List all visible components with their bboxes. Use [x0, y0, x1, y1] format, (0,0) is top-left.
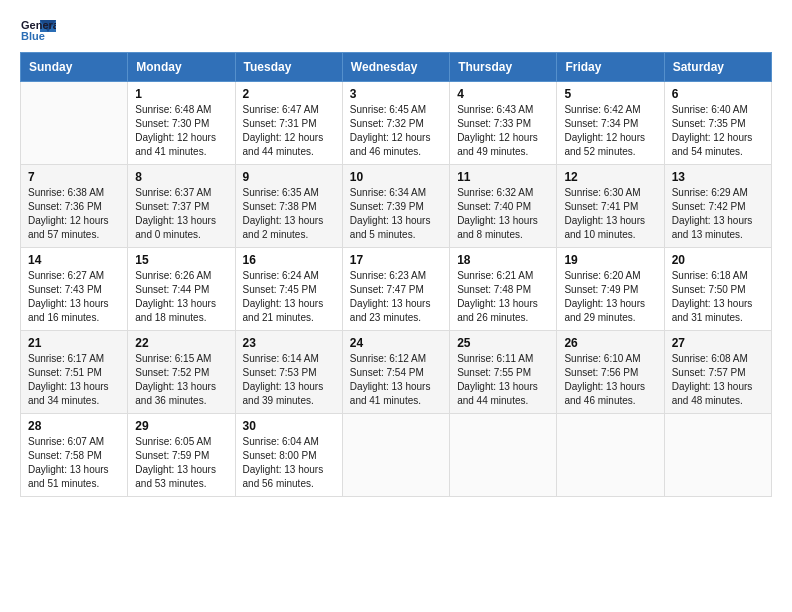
weekday-header-friday: Friday — [557, 53, 664, 82]
day-info: Sunrise: 6:30 AMSunset: 7:41 PMDaylight:… — [564, 186, 656, 242]
calendar-cell: 19Sunrise: 6:20 AMSunset: 7:49 PMDayligh… — [557, 248, 664, 331]
calendar-cell: 10Sunrise: 6:34 AMSunset: 7:39 PMDayligh… — [342, 165, 449, 248]
day-info: Sunrise: 6:26 AMSunset: 7:44 PMDaylight:… — [135, 269, 227, 325]
day-number: 27 — [672, 336, 764, 350]
day-number: 3 — [350, 87, 442, 101]
day-number: 5 — [564, 87, 656, 101]
day-info: Sunrise: 6:18 AMSunset: 7:50 PMDaylight:… — [672, 269, 764, 325]
day-info: Sunrise: 6:35 AMSunset: 7:38 PMDaylight:… — [243, 186, 335, 242]
calendar-cell — [21, 82, 128, 165]
day-info: Sunrise: 6:32 AMSunset: 7:40 PMDaylight:… — [457, 186, 549, 242]
day-info: Sunrise: 6:24 AMSunset: 7:45 PMDaylight:… — [243, 269, 335, 325]
day-info: Sunrise: 6:43 AMSunset: 7:33 PMDaylight:… — [457, 103, 549, 159]
calendar-cell: 13Sunrise: 6:29 AMSunset: 7:42 PMDayligh… — [664, 165, 771, 248]
day-info: Sunrise: 6:05 AMSunset: 7:59 PMDaylight:… — [135, 435, 227, 491]
logo: General Blue — [20, 16, 56, 44]
calendar-cell: 1Sunrise: 6:48 AMSunset: 7:30 PMDaylight… — [128, 82, 235, 165]
day-info: Sunrise: 6:12 AMSunset: 7:54 PMDaylight:… — [350, 352, 442, 408]
day-number: 15 — [135, 253, 227, 267]
calendar-cell: 11Sunrise: 6:32 AMSunset: 7:40 PMDayligh… — [450, 165, 557, 248]
calendar-cell — [664, 414, 771, 497]
day-number: 1 — [135, 87, 227, 101]
calendar-cell: 27Sunrise: 6:08 AMSunset: 7:57 PMDayligh… — [664, 331, 771, 414]
day-info: Sunrise: 6:15 AMSunset: 7:52 PMDaylight:… — [135, 352, 227, 408]
calendar-table: SundayMondayTuesdayWednesdayThursdayFrid… — [20, 52, 772, 497]
week-row-3: 14Sunrise: 6:27 AMSunset: 7:43 PMDayligh… — [21, 248, 772, 331]
day-number: 19 — [564, 253, 656, 267]
calendar-cell: 12Sunrise: 6:30 AMSunset: 7:41 PMDayligh… — [557, 165, 664, 248]
weekday-header-tuesday: Tuesday — [235, 53, 342, 82]
calendar-cell: 30Sunrise: 6:04 AMSunset: 8:00 PMDayligh… — [235, 414, 342, 497]
weekday-header-thursday: Thursday — [450, 53, 557, 82]
day-number: 20 — [672, 253, 764, 267]
day-number: 4 — [457, 87, 549, 101]
day-info: Sunrise: 6:29 AMSunset: 7:42 PMDaylight:… — [672, 186, 764, 242]
weekday-header-saturday: Saturday — [664, 53, 771, 82]
svg-text:Blue: Blue — [21, 30, 45, 42]
calendar-cell: 17Sunrise: 6:23 AMSunset: 7:47 PMDayligh… — [342, 248, 449, 331]
calendar-cell: 25Sunrise: 6:11 AMSunset: 7:55 PMDayligh… — [450, 331, 557, 414]
day-number: 23 — [243, 336, 335, 350]
week-row-5: 28Sunrise: 6:07 AMSunset: 7:58 PMDayligh… — [21, 414, 772, 497]
day-number: 16 — [243, 253, 335, 267]
day-number: 22 — [135, 336, 227, 350]
day-info: Sunrise: 6:48 AMSunset: 7:30 PMDaylight:… — [135, 103, 227, 159]
day-number: 11 — [457, 170, 549, 184]
calendar-cell: 20Sunrise: 6:18 AMSunset: 7:50 PMDayligh… — [664, 248, 771, 331]
day-number: 24 — [350, 336, 442, 350]
weekday-header-sunday: Sunday — [21, 53, 128, 82]
day-number: 26 — [564, 336, 656, 350]
calendar-cell: 5Sunrise: 6:42 AMSunset: 7:34 PMDaylight… — [557, 82, 664, 165]
weekday-header-row: SundayMondayTuesdayWednesdayThursdayFrid… — [21, 53, 772, 82]
calendar-cell: 26Sunrise: 6:10 AMSunset: 7:56 PMDayligh… — [557, 331, 664, 414]
weekday-header-wednesday: Wednesday — [342, 53, 449, 82]
calendar-cell: 22Sunrise: 6:15 AMSunset: 7:52 PMDayligh… — [128, 331, 235, 414]
day-number: 7 — [28, 170, 120, 184]
week-row-1: 1Sunrise: 6:48 AMSunset: 7:30 PMDaylight… — [21, 82, 772, 165]
day-info: Sunrise: 6:42 AMSunset: 7:34 PMDaylight:… — [564, 103, 656, 159]
calendar-cell: 3Sunrise: 6:45 AMSunset: 7:32 PMDaylight… — [342, 82, 449, 165]
calendar-cell: 4Sunrise: 6:43 AMSunset: 7:33 PMDaylight… — [450, 82, 557, 165]
calendar-cell: 15Sunrise: 6:26 AMSunset: 7:44 PMDayligh… — [128, 248, 235, 331]
day-number: 28 — [28, 419, 120, 433]
day-number: 13 — [672, 170, 764, 184]
calendar-cell: 29Sunrise: 6:05 AMSunset: 7:59 PMDayligh… — [128, 414, 235, 497]
calendar-cell: 18Sunrise: 6:21 AMSunset: 7:48 PMDayligh… — [450, 248, 557, 331]
weekday-header-monday: Monday — [128, 53, 235, 82]
calendar-cell: 14Sunrise: 6:27 AMSunset: 7:43 PMDayligh… — [21, 248, 128, 331]
day-info: Sunrise: 6:37 AMSunset: 7:37 PMDaylight:… — [135, 186, 227, 242]
day-number: 2 — [243, 87, 335, 101]
day-info: Sunrise: 6:20 AMSunset: 7:49 PMDaylight:… — [564, 269, 656, 325]
day-info: Sunrise: 6:27 AMSunset: 7:43 PMDaylight:… — [28, 269, 120, 325]
day-info: Sunrise: 6:47 AMSunset: 7:31 PMDaylight:… — [243, 103, 335, 159]
day-number: 6 — [672, 87, 764, 101]
day-info: Sunrise: 6:10 AMSunset: 7:56 PMDaylight:… — [564, 352, 656, 408]
day-info: Sunrise: 6:34 AMSunset: 7:39 PMDaylight:… — [350, 186, 442, 242]
calendar-cell: 23Sunrise: 6:14 AMSunset: 7:53 PMDayligh… — [235, 331, 342, 414]
calendar-cell: 28Sunrise: 6:07 AMSunset: 7:58 PMDayligh… — [21, 414, 128, 497]
day-number: 25 — [457, 336, 549, 350]
calendar-cell: 8Sunrise: 6:37 AMSunset: 7:37 PMDaylight… — [128, 165, 235, 248]
calendar-cell: 21Sunrise: 6:17 AMSunset: 7:51 PMDayligh… — [21, 331, 128, 414]
week-row-4: 21Sunrise: 6:17 AMSunset: 7:51 PMDayligh… — [21, 331, 772, 414]
logo-icon: General Blue — [20, 16, 56, 44]
day-info: Sunrise: 6:17 AMSunset: 7:51 PMDaylight:… — [28, 352, 120, 408]
week-row-2: 7Sunrise: 6:38 AMSunset: 7:36 PMDaylight… — [21, 165, 772, 248]
day-info: Sunrise: 6:23 AMSunset: 7:47 PMDaylight:… — [350, 269, 442, 325]
day-info: Sunrise: 6:45 AMSunset: 7:32 PMDaylight:… — [350, 103, 442, 159]
header: General Blue — [20, 16, 772, 44]
day-number: 18 — [457, 253, 549, 267]
calendar-cell: 9Sunrise: 6:35 AMSunset: 7:38 PMDaylight… — [235, 165, 342, 248]
day-number: 17 — [350, 253, 442, 267]
day-info: Sunrise: 6:04 AMSunset: 8:00 PMDaylight:… — [243, 435, 335, 491]
calendar-cell — [450, 414, 557, 497]
calendar-cell: 7Sunrise: 6:38 AMSunset: 7:36 PMDaylight… — [21, 165, 128, 248]
day-number: 29 — [135, 419, 227, 433]
day-info: Sunrise: 6:08 AMSunset: 7:57 PMDaylight:… — [672, 352, 764, 408]
day-number: 8 — [135, 170, 227, 184]
calendar-cell — [342, 414, 449, 497]
day-number: 12 — [564, 170, 656, 184]
calendar-cell: 24Sunrise: 6:12 AMSunset: 7:54 PMDayligh… — [342, 331, 449, 414]
day-info: Sunrise: 6:11 AMSunset: 7:55 PMDaylight:… — [457, 352, 549, 408]
day-number: 21 — [28, 336, 120, 350]
